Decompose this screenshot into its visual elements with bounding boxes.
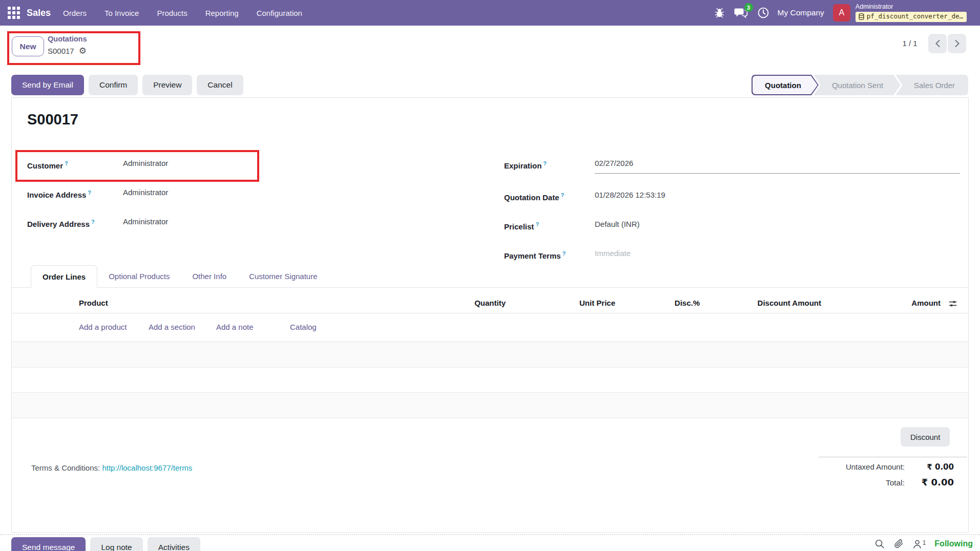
- empty-row: [12, 393, 968, 418]
- column-amount: Amount: [848, 299, 941, 307]
- order-detail-fields: Expiration? 02/27/2026 Quotation Date? 0…: [504, 158, 960, 278]
- help-icon: ?: [65, 160, 68, 166]
- tab-order-lines[interactable]: Order Lines: [31, 265, 97, 288]
- quotation-date-label: Quotation Date?: [504, 190, 595, 203]
- help-icon: ?: [561, 192, 565, 198]
- status-quotation[interactable]: Quotation Quotation: [752, 75, 819, 95]
- catalog-link[interactable]: Catalog: [290, 323, 317, 331]
- terms-and-conditions: Terms & Conditions: http://localhost:967…: [31, 463, 192, 472]
- tab-other-info[interactable]: Other Info: [181, 265, 238, 287]
- send-by-email-button[interactable]: Send by Email: [11, 75, 84, 95]
- help-icon: ?: [562, 250, 566, 257]
- delivery-address-label: Delivery Address?: [27, 217, 123, 229]
- chatter-separator: [0, 534, 980, 535]
- pager-count: 1 / 1: [896, 39, 923, 48]
- optional-columns-icon[interactable]: [948, 299, 958, 310]
- pricelist-field-row: Pricelist? Default (INR): [504, 219, 960, 232]
- menu-reporting[interactable]: Reporting: [205, 9, 239, 17]
- user-name: Administrator: [856, 4, 967, 10]
- sales-quotation-page: Sales Orders To Invoice Products Reporti…: [0, 0, 980, 551]
- status-sales-order[interactable]: Sales Order: [895, 75, 968, 95]
- systray: 3 My Company A Administrator pf_: [714, 0, 980, 26]
- database-badge: pf_discount_converter_de…: [856, 12, 967, 22]
- invoice-address-value[interactable]: Administrator: [123, 187, 168, 200]
- payment-terms-value[interactable]: Immediate: [595, 248, 631, 261]
- total-row: Total: ₹ 0.00: [886, 477, 954, 488]
- breadcrumb-parent[interactable]: Quotations: [48, 35, 87, 43]
- quotation-date-field-row: Quotation Date? 01/28/2026 12:53:19: [504, 190, 960, 203]
- cancel-button[interactable]: Cancel: [197, 75, 243, 95]
- status-quotation-sent[interactable]: Quotation Sent: [814, 75, 901, 95]
- payment-terms-label: Payment Terms?: [504, 248, 595, 261]
- messages-icon[interactable]: 3: [734, 7, 748, 19]
- menu-configuration[interactable]: Configuration: [257, 9, 302, 17]
- apps-grid-icon[interactable]: [8, 7, 20, 19]
- help-icon: ?: [88, 189, 91, 196]
- quotation-date-value[interactable]: 01/28/2026 12:53:19: [595, 190, 665, 203]
- breadcrumb: S00017 ⚙: [48, 47, 87, 55]
- chevron-right-icon: [954, 39, 960, 48]
- log-note-button[interactable]: Log note: [90, 537, 142, 551]
- pager-previous-button[interactable]: [928, 34, 947, 53]
- total-label: Total:: [886, 478, 905, 488]
- tab-optional-products[interactable]: Optional Products: [97, 265, 181, 287]
- pager-next-button[interactable]: [948, 34, 966, 53]
- column-product: Product: [79, 299, 108, 307]
- action-buttons: Send by Email Confirm Preview Cancel: [11, 75, 243, 95]
- database-name: pf_discount_converter_de…: [867, 13, 963, 20]
- activities-button[interactable]: Activities: [148, 537, 200, 551]
- gear-icon[interactable]: ⚙: [79, 47, 87, 55]
- totals-block: Untaxed Amount: ₹ 0.00 Total: ₹ 0.00: [846, 462, 954, 493]
- preview-button[interactable]: Preview: [142, 75, 192, 95]
- expiration-label: Expiration?: [504, 158, 595, 174]
- user-avatar[interactable]: A: [833, 4, 850, 22]
- chatter-buttons: Send message Log note Activities: [11, 537, 200, 551]
- expiration-value[interactable]: 02/27/2026: [595, 158, 960, 174]
- message-count-badge: 3: [744, 3, 753, 12]
- add-a-product-link[interactable]: Add a product: [79, 323, 127, 331]
- help-icon: ?: [91, 219, 95, 225]
- help-icon: ?: [535, 221, 539, 227]
- debug-bug-icon[interactable]: [714, 8, 725, 18]
- add-a-note-link[interactable]: Add a note: [216, 323, 254, 331]
- followers-icon[interactable]: 1: [912, 539, 926, 549]
- form-sheet: S00017 Customer? Administrator Invoice A…: [11, 97, 969, 533]
- discount-button[interactable]: Discount: [901, 427, 950, 447]
- expiration-field-row: Expiration? 02/27/2026: [504, 158, 960, 174]
- main-menu: Orders To Invoice Products Reporting Con…: [63, 9, 302, 17]
- activities-clock-icon[interactable]: [757, 7, 769, 19]
- total-value: ₹ 0.00: [905, 477, 954, 488]
- attachments-paperclip-icon[interactable]: [893, 539, 904, 549]
- tab-customer-signature[interactable]: Customer Signature: [238, 265, 328, 287]
- customer-value[interactable]: Administrator: [123, 158, 168, 171]
- payment-terms-field-row: Payment Terms? Immediate: [504, 248, 960, 261]
- empty-row: [12, 342, 968, 368]
- column-disc-percent: Disc.%: [628, 299, 700, 307]
- add-a-section-link[interactable]: Add a section: [149, 323, 195, 331]
- following-toggle[interactable]: Following: [934, 539, 973, 548]
- send-message-button[interactable]: Send message: [11, 537, 86, 551]
- company-switcher[interactable]: My Company: [778, 8, 824, 17]
- document-title: S00017: [27, 111, 78, 128]
- menu-products[interactable]: Products: [157, 9, 187, 17]
- new-button[interactable]: New: [12, 36, 44, 56]
- user-menu[interactable]: Administrator pf_discount_converter_de…: [856, 4, 967, 22]
- menu-to-invoice[interactable]: To Invoice: [105, 9, 139, 17]
- column-quantity: Quantity: [437, 299, 506, 307]
- menu-orders[interactable]: Orders: [63, 9, 87, 17]
- pricelist-value[interactable]: Default (INR): [595, 219, 640, 232]
- top-navbar: Sales Orders To Invoice Products Reporti…: [0, 0, 980, 26]
- database-icon: [859, 13, 864, 20]
- terms-link[interactable]: http://localhost:9677/terms: [102, 463, 192, 472]
- empty-row: [12, 368, 968, 393]
- search-messages-icon[interactable]: [874, 539, 885, 549]
- delivery-address-value[interactable]: Administrator: [123, 217, 168, 229]
- confirm-button[interactable]: Confirm: [89, 75, 138, 95]
- totals-separator: [819, 457, 967, 457]
- untaxed-amount-row: Untaxed Amount: ₹ 0.00: [846, 462, 954, 472]
- order-lines-header: Product Quantity Unit Price Disc.% Disco…: [12, 295, 968, 313]
- delivery-address-field-row: Delivery Address? Administrator: [27, 217, 168, 229]
- pricelist-label: Pricelist?: [504, 219, 595, 232]
- app-name[interactable]: Sales: [27, 8, 51, 18]
- help-icon: ?: [543, 160, 547, 166]
